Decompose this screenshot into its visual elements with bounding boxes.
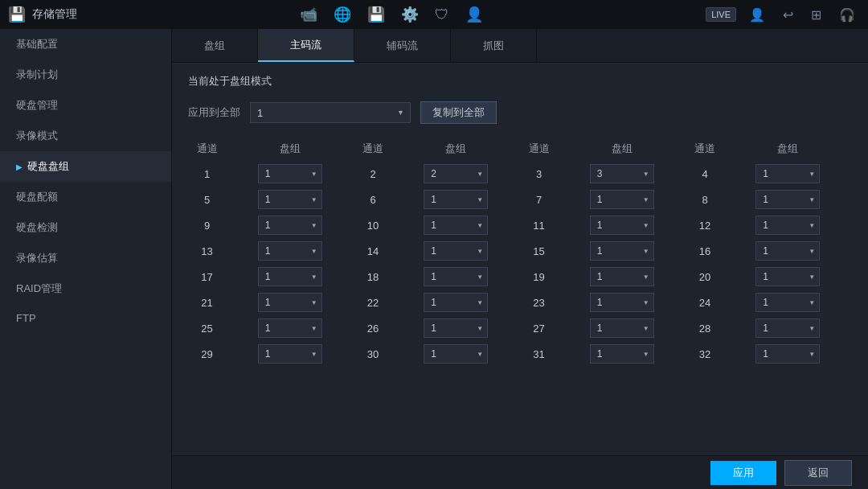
sidebar-item-record-estimate[interactable]: 录像估算 bbox=[0, 243, 171, 273]
user-icon[interactable]: 👤 bbox=[465, 6, 483, 23]
ch-28-diskgroup-select[interactable]: 1234 bbox=[755, 318, 820, 338]
tab-main-stream[interactable]: 主码流 bbox=[258, 29, 354, 62]
apply-button[interactable]: 应用 bbox=[710, 461, 776, 485]
tab-disk-group[interactable]: 盘组 bbox=[172, 29, 258, 62]
ch-32-diskgroup-cell: 1234 bbox=[724, 341, 852, 367]
ch-18-diskgroup-select[interactable]: 1234 bbox=[424, 267, 488, 286]
ch-28-diskgroup-cell: 1234 bbox=[724, 315, 852, 341]
tab-snapshot[interactable]: 抓图 bbox=[451, 29, 537, 62]
col-header-ch4: 通道 bbox=[686, 137, 723, 161]
ch-4-diskgroup-cell: 1234 bbox=[724, 161, 852, 187]
sidebar-item-hdd-detect[interactable]: 硬盘检测 bbox=[0, 212, 171, 243]
tab-sub-stream[interactable]: 辅码流 bbox=[354, 29, 451, 62]
ch-21-diskgroup-select[interactable]: 1234 bbox=[258, 293, 322, 312]
ch-25-diskgroup-cell: 1234 bbox=[226, 315, 354, 341]
ch-26-diskgroup-wrapper: 1234 bbox=[424, 318, 488, 338]
ch-7-diskgroup-select[interactable]: 1234 bbox=[590, 190, 654, 209]
col-header-dg1: 盘组 bbox=[226, 137, 354, 161]
ch-27-diskgroup-select[interactable]: 1234 bbox=[590, 318, 654, 338]
topbar-right: LIVE 👤 ↩ ⊞ 🎧 bbox=[706, 6, 860, 24]
ch-25-diskgroup-select[interactable]: 1234 bbox=[258, 318, 322, 338]
ch-8-diskgroup-select[interactable]: 1234 bbox=[755, 190, 820, 209]
table-row: 211234221234231234241234 bbox=[188, 290, 852, 315]
ch-6-diskgroup-select[interactable]: 1234 bbox=[424, 190, 488, 209]
ch-1-diskgroup-wrapper: 1234 bbox=[258, 164, 322, 183]
ch-28-label: 28 bbox=[686, 315, 723, 341]
ch-6-diskgroup-wrapper: 1234 bbox=[424, 190, 488, 209]
ch-14-diskgroup-wrapper: 1234 bbox=[424, 241, 488, 261]
live-badge: LIVE bbox=[706, 7, 736, 22]
headset-btn[interactable]: 🎧 bbox=[834, 6, 860, 24]
account-btn[interactable]: 👤 bbox=[744, 6, 770, 24]
ch-2-diskgroup-select[interactable]: 1234 bbox=[424, 164, 488, 183]
panel-title: 当前处于盘组模式 bbox=[188, 74, 852, 88]
shield-icon[interactable]: 🛡 bbox=[435, 6, 449, 23]
ch-24-diskgroup-select[interactable]: 1234 bbox=[755, 293, 820, 312]
ch-9-diskgroup-cell: 1234 bbox=[226, 212, 354, 238]
ch-24-diskgroup-cell: 1234 bbox=[724, 290, 852, 315]
back-button[interactable]: 返回 bbox=[784, 460, 852, 486]
ch-23-label: 23 bbox=[520, 290, 558, 315]
sidebar-item-label: 基础配置 bbox=[16, 37, 58, 51]
ch-1-diskgroup-select[interactable]: 1234 bbox=[258, 164, 322, 183]
ch-9-diskgroup-select[interactable]: 1234 bbox=[258, 216, 322, 235]
ch-23-diskgroup-cell: 1234 bbox=[558, 290, 686, 315]
ch-20-diskgroup-cell: 1234 bbox=[724, 264, 852, 290]
ch-30-diskgroup-select[interactable]: 1234 bbox=[424, 344, 488, 364]
table-row: 11234212343123441234 bbox=[188, 161, 852, 187]
sidebar-item-label: 硬盘配额 bbox=[16, 190, 58, 204]
ch-15-diskgroup-select[interactable]: 1234 bbox=[590, 241, 654, 261]
grid-btn[interactable]: ⊞ bbox=[806, 6, 826, 24]
ch-19-diskgroup-cell: 1234 bbox=[558, 264, 686, 290]
ch-26-diskgroup-select[interactable]: 1234 bbox=[424, 318, 488, 338]
ch-29-diskgroup-select[interactable]: 1234 bbox=[258, 344, 322, 364]
sidebar-item-hdd-manage[interactable]: 硬盘管理 bbox=[0, 90, 171, 121]
sidebar-item-hdd-group[interactable]: ▶ 硬盘盘组 bbox=[0, 151, 171, 182]
sidebar-item-record-plan[interactable]: 录制计划 bbox=[0, 60, 171, 90]
ch-15-diskgroup-wrapper: 1234 bbox=[590, 241, 654, 261]
ch-27-diskgroup-wrapper: 1234 bbox=[590, 318, 654, 338]
ch-12-diskgroup-select[interactable]: 1234 bbox=[755, 216, 820, 235]
ch-3-label: 3 bbox=[520, 161, 558, 187]
ch-13-diskgroup-select[interactable]: 1234 bbox=[258, 241, 322, 261]
ch-30-diskgroup-cell: 1234 bbox=[392, 341, 520, 367]
ch-32-diskgroup-select[interactable]: 1234 bbox=[755, 344, 820, 364]
sidebar-item-basic[interactable]: 基础配置 bbox=[0, 29, 171, 60]
exit-btn[interactable]: ↩ bbox=[778, 6, 798, 24]
ch-9-diskgroup-wrapper: 1234 bbox=[258, 216, 322, 235]
ch-10-diskgroup-cell: 1234 bbox=[392, 212, 520, 238]
sidebar-item-ftp[interactable]: FTP bbox=[0, 304, 171, 332]
ch-27-diskgroup-cell: 1234 bbox=[558, 315, 686, 341]
ch-17-diskgroup-wrapper: 1234 bbox=[258, 267, 322, 286]
sidebar-item-hdd-quota[interactable]: 硬盘配额 bbox=[0, 182, 171, 212]
col-header-dg3: 盘组 bbox=[558, 137, 686, 161]
ch-4-diskgroup-select[interactable]: 1234 bbox=[755, 164, 820, 183]
ch-22-diskgroup-wrapper: 1234 bbox=[424, 293, 488, 312]
apply-select[interactable]: 1 2 3 bbox=[250, 102, 411, 123]
ch-17-diskgroup-select[interactable]: 1234 bbox=[258, 267, 322, 286]
sidebar-item-record-mode[interactable]: 录像模式 bbox=[0, 121, 171, 151]
ch-19-diskgroup-select[interactable]: 1234 bbox=[590, 267, 654, 286]
ch-21-diskgroup-wrapper: 1234 bbox=[258, 293, 322, 312]
ch-7-diskgroup-cell: 1234 bbox=[558, 187, 686, 212]
copy-to-all-button[interactable]: 复制到全部 bbox=[420, 101, 497, 124]
ch-5-diskgroup-select[interactable]: 1234 bbox=[258, 190, 322, 209]
ch-11-diskgroup-select[interactable]: 1234 bbox=[590, 216, 654, 235]
sidebar-item-raid[interactable]: RAID管理 bbox=[0, 273, 171, 304]
ch-14-diskgroup-select[interactable]: 1234 bbox=[424, 241, 488, 261]
storage-icon[interactable]: 💾 bbox=[367, 6, 385, 23]
ch-16-diskgroup-select[interactable]: 1234 bbox=[755, 241, 820, 261]
ch-31-diskgroup-select[interactable]: 1234 bbox=[590, 344, 654, 364]
camera-icon[interactable]: 📹 bbox=[300, 6, 317, 23]
ch-20-diskgroup-select[interactable]: 1234 bbox=[755, 267, 820, 286]
ch-3-diskgroup-select[interactable]: 1234 bbox=[590, 164, 654, 183]
ch-11-diskgroup-wrapper: 1234 bbox=[590, 216, 654, 235]
ch-19-diskgroup-wrapper: 1234 bbox=[590, 267, 654, 286]
ch-22-diskgroup-select[interactable]: 1234 bbox=[424, 293, 488, 312]
ch-23-diskgroup-select[interactable]: 1234 bbox=[590, 293, 654, 312]
ch-17-diskgroup-cell: 1234 bbox=[226, 264, 354, 290]
settings-icon[interactable]: ⚙️ bbox=[401, 6, 419, 23]
ch-10-diskgroup-select[interactable]: 1234 bbox=[424, 216, 488, 235]
table-row: 291234301234311234321234 bbox=[188, 341, 852, 367]
network-icon[interactable]: 🌐 bbox=[334, 6, 351, 23]
